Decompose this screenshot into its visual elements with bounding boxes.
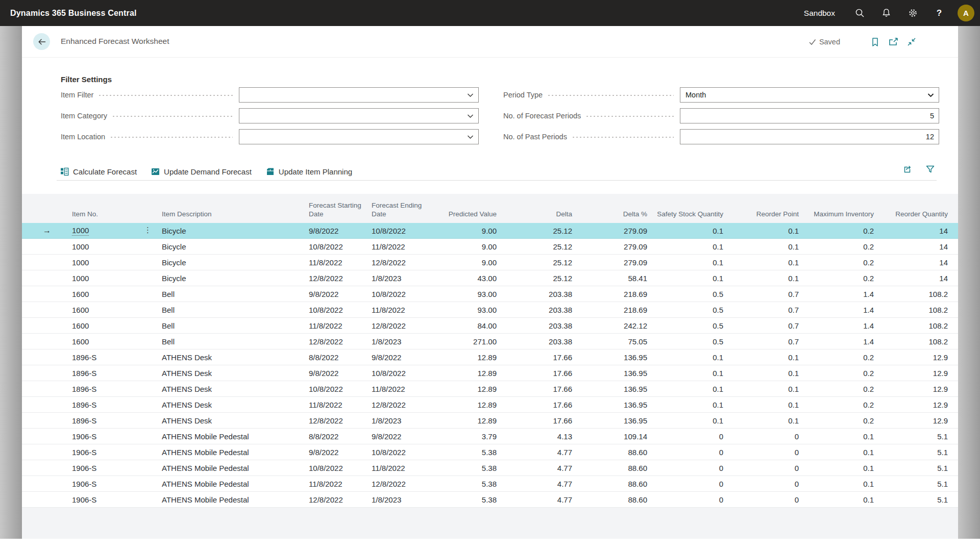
table-row[interactable]: 1896-SATHENS Desk10/8/202211/8/202212.89… (22, 381, 958, 397)
table-cell[interactable]: 0.2 (809, 413, 884, 428)
table-row[interactable]: 1000Bicycle11/8/202212/8/20229.0025.1227… (22, 255, 958, 270)
table-cell[interactable]: 0.5 (657, 302, 733, 317)
table-cell[interactable]: 14 (884, 255, 958, 270)
table-cell[interactable]: 0 (733, 492, 809, 507)
table-cell[interactable]: 12.9 (884, 381, 958, 396)
table-cell[interactable]: 11/8/2022 (372, 239, 435, 254)
table-cell[interactable]: 136.95 (582, 365, 657, 381)
table-cell[interactable]: 0.2 (809, 270, 884, 286)
table-cell[interactable]: 93.00 (435, 286, 507, 302)
app-title[interactable]: Dynamics 365 Business Central (10, 9, 137, 18)
table-cell[interactable]: ATHENS Desk (162, 349, 309, 365)
table-cell[interactable]: 0.1 (809, 492, 884, 507)
item-category-dropdown[interactable] (239, 108, 479, 123)
table-cell[interactable]: 58.41 (582, 270, 657, 286)
table-cell[interactable]: 0.1 (733, 413, 809, 428)
table-cell[interactable]: 203.38 (507, 286, 582, 302)
table-cell[interactable]: 0.1 (733, 397, 809, 412)
table-cell[interactable]: 11/8/2022 (372, 381, 435, 396)
period-type-dropdown[interactable]: Month (680, 87, 939, 103)
table-cell[interactable]: 25.12 (507, 223, 582, 238)
table-cell[interactable]: 9/8/2022 (309, 223, 372, 238)
table-cell[interactable]: 12.9 (884, 397, 958, 412)
table-cell[interactable]: 0.1 (657, 255, 733, 270)
table-cell[interactable]: 10/8/2022 (372, 444, 435, 460)
item-no-drilldown-link[interactable]: 1000 (72, 226, 89, 236)
table-row[interactable]: 1600Bell10/8/202211/8/202293.00203.38218… (22, 302, 958, 318)
table-cell[interactable]: 0.5 (657, 286, 733, 302)
table-cell[interactable]: 108.2 (884, 302, 958, 317)
table-cell[interactable]: 12.89 (435, 365, 507, 381)
table-cell[interactable]: 108.2 (884, 334, 958, 349)
table-cell[interactable]: 5.1 (884, 492, 958, 507)
table-cell[interactable]: 11/8/2022 (309, 476, 372, 491)
table-cell[interactable]: 11/8/2022 (309, 318, 372, 333)
column-header[interactable]: Item Description (162, 194, 309, 223)
table-cell[interactable]: 9/8/2022 (309, 444, 372, 460)
table-cell[interactable]: 11/8/2022 (372, 460, 435, 475)
column-header[interactable]: Delta % (582, 194, 657, 223)
table-cell[interactable]: Bicycle (162, 239, 309, 254)
table-cell[interactable]: 17.66 (507, 349, 582, 365)
table-row[interactable]: 1906-SATHENS Mobile Pedestal11/8/202212/… (22, 476, 958, 492)
table-cell[interactable]: 12/8/2022 (372, 476, 435, 491)
table-cell[interactable]: 25.12 (507, 255, 582, 270)
table-cell[interactable]: 12/8/2022 (372, 397, 435, 412)
notifications-bell-icon[interactable] (873, 0, 899, 26)
item-filter-dropdown[interactable] (239, 87, 479, 103)
table-cell[interactable]: 0 (657, 429, 733, 444)
table-cell[interactable]: 0.7 (733, 334, 809, 349)
table-cell[interactable]: 218.69 (582, 286, 657, 302)
column-header[interactable]: Reorder Quantity (884, 194, 958, 223)
table-cell[interactable]: 5.38 (435, 492, 507, 507)
table-cell[interactable]: 0.1 (657, 365, 733, 381)
table-cell[interactable]: 242.12 (582, 318, 657, 333)
table-cell[interactable]: 1.4 (809, 302, 884, 317)
table-cell[interactable]: 5.1 (884, 476, 958, 491)
table-cell[interactable]: 279.09 (582, 223, 657, 238)
table-cell[interactable]: 84.00 (435, 318, 507, 333)
table-cell[interactable]: 218.69 (582, 302, 657, 317)
table-row[interactable]: →1000⋮Bicycle9/8/202210/8/20229.0025.122… (22, 223, 958, 239)
table-cell[interactable]: 1600 (72, 318, 162, 333)
table-cell[interactable]: 0.1 (733, 365, 809, 381)
table-row[interactable]: 1906-SATHENS Mobile Pedestal8/8/20229/8/… (22, 429, 958, 444)
table-cell[interactable]: 0.1 (657, 223, 733, 238)
table-cell[interactable]: 88.60 (582, 444, 657, 460)
settings-gear-icon[interactable] (899, 0, 926, 26)
table-cell[interactable]: 0 (657, 460, 733, 475)
table-cell[interactable]: 17.66 (507, 365, 582, 381)
column-header[interactable]: Forecast Starting Date (309, 194, 372, 223)
table-row[interactable]: 1600Bell12/8/20221/8/2023271.00203.3875.… (22, 334, 958, 349)
table-cell[interactable]: 4.77 (507, 492, 582, 507)
table-cell[interactable]: 17.66 (507, 413, 582, 428)
update-demand-forecast-button[interactable]: Update Demand Forecast (151, 167, 252, 176)
past-periods-input[interactable]: 12 (680, 129, 939, 144)
search-icon[interactable] (846, 0, 873, 26)
table-cell[interactable]: 25.12 (507, 270, 582, 286)
table-cell[interactable]: 11/8/2022 (309, 397, 372, 412)
table-cell[interactable]: 1/8/2023 (372, 413, 435, 428)
table-cell[interactable]: 10/8/2022 (372, 286, 435, 302)
table-cell[interactable]: ATHENS Desk (162, 365, 309, 381)
table-cell[interactable]: 0.1 (809, 460, 884, 475)
table-cell[interactable]: 109.14 (582, 429, 657, 444)
table-cell[interactable]: ATHENS Mobile Pedestal (162, 492, 309, 507)
table-cell[interactable]: 93.00 (435, 302, 507, 317)
table-cell[interactable]: 0.1 (809, 476, 884, 491)
table-cell[interactable]: 5.1 (884, 429, 958, 444)
back-button[interactable] (33, 33, 50, 50)
table-cell[interactable]: 0 (733, 444, 809, 460)
table-row[interactable]: 1896-SATHENS Desk12/8/20221/8/202312.891… (22, 413, 958, 429)
table-cell[interactable]: 0.7 (733, 302, 809, 317)
table-cell[interactable]: 0 (733, 429, 809, 444)
table-cell[interactable]: 0.7 (733, 286, 809, 302)
table-cell[interactable]: 0.1 (809, 429, 884, 444)
column-header[interactable]: Delta (507, 194, 582, 223)
table-cell[interactable]: 10/8/2022 (309, 381, 372, 396)
table-cell[interactable]: 0.5 (657, 318, 733, 333)
table-cell[interactable]: 12.89 (435, 349, 507, 365)
table-cell[interactable]: 9/8/2022 (309, 365, 372, 381)
column-header[interactable]: Item No. (72, 194, 162, 223)
table-cell[interactable]: 12/8/2022 (372, 255, 435, 270)
